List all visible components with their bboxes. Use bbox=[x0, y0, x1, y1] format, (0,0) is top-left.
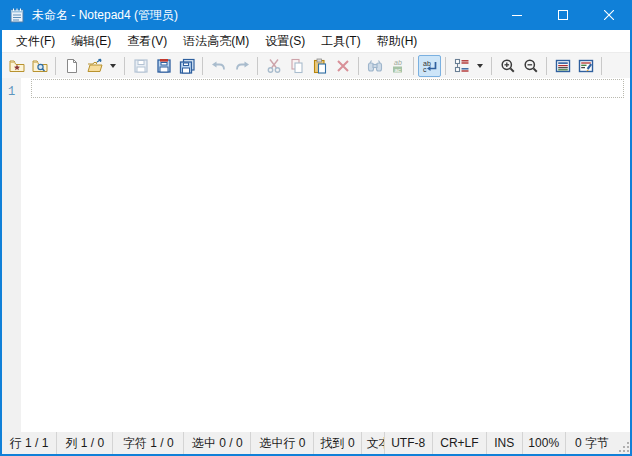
status-selection[interactable]: 选中 0 / 0 bbox=[184, 432, 251, 454]
save-as-icon bbox=[156, 58, 172, 74]
minimize-button[interactable] bbox=[494, 0, 540, 30]
status-zoom[interactable]: 100% bbox=[523, 432, 566, 454]
undo-button[interactable] bbox=[207, 55, 230, 77]
browse-files-button[interactable] bbox=[28, 55, 51, 77]
copy-button[interactable] bbox=[285, 55, 308, 77]
redo-button[interactable] bbox=[230, 55, 253, 77]
toolbar-separator bbox=[55, 57, 56, 75]
status-selected-lines[interactable]: 选中行 0 bbox=[251, 432, 314, 454]
open-file-icon bbox=[87, 58, 103, 74]
zoom-in-icon bbox=[500, 58, 516, 74]
close-button[interactable] bbox=[586, 0, 632, 30]
undo-icon bbox=[211, 58, 227, 74]
open-file-button[interactable] bbox=[83, 55, 106, 77]
status-character[interactable]: 字符 1 / 0 bbox=[113, 432, 184, 454]
window-title: 未命名 - Notepad4 (管理员) bbox=[32, 7, 494, 24]
toolbar-separator bbox=[124, 57, 125, 75]
toolbar-separator bbox=[601, 57, 602, 75]
editor-area[interactable]: 1 bbox=[2, 78, 630, 432]
scheme-dropdown[interactable] bbox=[473, 55, 487, 77]
zoom-in-button[interactable] bbox=[496, 55, 519, 77]
word-wrap-icon: ab c bbox=[422, 58, 438, 74]
toolbar: ab ac ab c bbox=[2, 52, 630, 78]
copy-icon bbox=[289, 58, 305, 74]
customize-styles-icon bbox=[578, 58, 594, 74]
delete-button[interactable] bbox=[331, 55, 354, 77]
status-found[interactable]: 找到 0 bbox=[314, 432, 361, 454]
text-input-area[interactable] bbox=[21, 78, 630, 432]
resize-grip-icon[interactable] bbox=[618, 432, 630, 454]
toolbar-separator bbox=[257, 57, 258, 75]
toolbar-separator bbox=[202, 57, 203, 75]
toolbar-separator bbox=[358, 57, 359, 75]
favorites-folder-icon bbox=[9, 58, 25, 74]
status-line[interactable]: 行 1 / 1 bbox=[2, 432, 57, 454]
status-eol[interactable]: CR+LF bbox=[433, 432, 487, 454]
toolbar-separator bbox=[445, 57, 446, 75]
maximize-button[interactable] bbox=[540, 0, 586, 30]
paste-icon bbox=[312, 58, 328, 74]
chevron-down-icon bbox=[477, 64, 483, 68]
line-number: 1 bbox=[8, 85, 15, 99]
status-size[interactable]: 0 字节 bbox=[566, 432, 618, 454]
open-file-dropdown[interactable] bbox=[106, 55, 120, 77]
notepad-app-icon bbox=[8, 6, 26, 24]
status-scheme[interactable]: 文本 bbox=[362, 432, 385, 454]
menu-scheme[interactable]: 语法高亮(M) bbox=[175, 31, 257, 52]
save-as-button[interactable] bbox=[152, 55, 175, 77]
toolbar-separator bbox=[491, 57, 492, 75]
toolbar-separator bbox=[546, 57, 547, 75]
find-button[interactable] bbox=[363, 55, 386, 77]
save-icon bbox=[133, 58, 149, 74]
menu-help[interactable]: 帮助(H) bbox=[369, 31, 426, 52]
replace-icon: ab ac bbox=[390, 58, 406, 74]
svg-text:ab: ab bbox=[394, 59, 402, 66]
cut-icon bbox=[266, 58, 282, 74]
favorites-button[interactable] bbox=[5, 55, 28, 77]
status-column[interactable]: 列 1 / 0 bbox=[57, 432, 113, 454]
status-insert-mode[interactable]: INS bbox=[487, 432, 522, 454]
zoom-out-button[interactable] bbox=[519, 55, 542, 77]
status-encoding[interactable]: UTF-8 bbox=[385, 432, 433, 454]
line-number-gutter: 1 bbox=[2, 78, 21, 432]
redo-icon bbox=[234, 58, 250, 74]
delete-icon bbox=[335, 58, 351, 74]
chevron-down-icon bbox=[110, 64, 116, 68]
menu-file[interactable]: 文件(F) bbox=[8, 31, 63, 52]
save-copy-icon bbox=[179, 58, 195, 74]
save-copy-button[interactable] bbox=[175, 55, 198, 77]
select-scheme-button[interactable] bbox=[450, 55, 473, 77]
current-line-highlight bbox=[31, 79, 624, 98]
svg-text:ac: ac bbox=[394, 66, 400, 72]
view-styles-button[interactable] bbox=[551, 55, 574, 77]
zoom-out-icon bbox=[523, 58, 539, 74]
title-bar[interactable]: 未命名 - Notepad4 (管理员) bbox=[0, 0, 632, 30]
browse-folder-icon bbox=[32, 58, 48, 74]
scheme-icon bbox=[454, 58, 470, 74]
word-wrap-button[interactable]: ab c bbox=[418, 55, 441, 77]
menu-settings[interactable]: 设置(S) bbox=[257, 31, 313, 52]
menu-bar: 文件(F) 编辑(E) 查看(V) 语法高亮(M) 设置(S) 工具(T) 帮助… bbox=[2, 30, 630, 52]
view-styles-icon bbox=[555, 58, 571, 74]
customize-styles-button[interactable] bbox=[574, 55, 597, 77]
save-button[interactable] bbox=[129, 55, 152, 77]
replace-button[interactable]: ab ac bbox=[386, 55, 409, 77]
new-file-button[interactable] bbox=[60, 55, 83, 77]
toolbar-separator bbox=[413, 57, 414, 75]
notepad4-window: 未命名 - Notepad4 (管理员) 文件(F) 编辑(E) 查看(V) 语… bbox=[0, 0, 632, 456]
paste-button[interactable] bbox=[308, 55, 331, 77]
menu-edit[interactable]: 编辑(E) bbox=[63, 31, 119, 52]
menu-tools[interactable]: 工具(T) bbox=[313, 31, 368, 52]
new-file-icon bbox=[64, 58, 80, 74]
cut-button[interactable] bbox=[262, 55, 285, 77]
find-icon bbox=[367, 58, 383, 74]
status-bar: 行 1 / 1 列 1 / 0 字符 1 / 0 选中 0 / 0 选中行 0 … bbox=[2, 432, 630, 454]
svg-text:c: c bbox=[423, 66, 427, 73]
menu-view[interactable]: 查看(V) bbox=[119, 31, 175, 52]
